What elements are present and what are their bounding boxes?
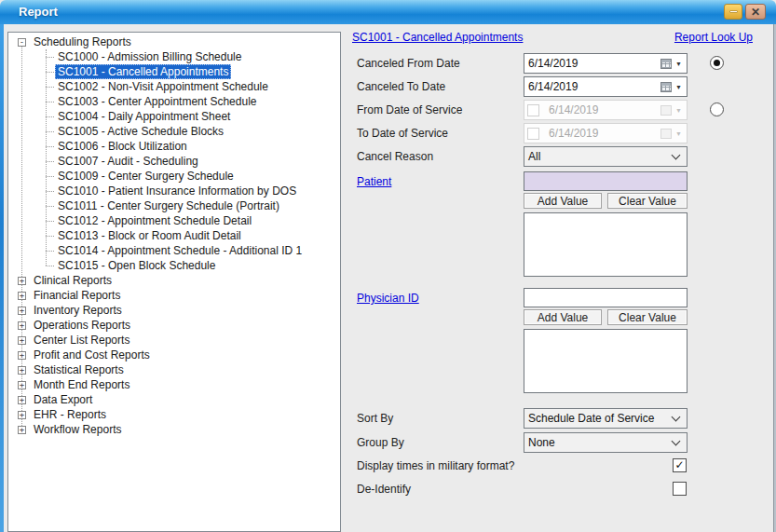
tree-item[interactable]: SC1013 - Block or Room Audit Detail bbox=[8, 228, 340, 243]
patient-link[interactable]: Patient bbox=[357, 175, 391, 188]
tree-item[interactable]: -Scheduling Reports bbox=[8, 34, 340, 49]
collapse-icon[interactable]: - bbox=[18, 38, 26, 47]
tree-item[interactable]: SC1014 - Appointment Schedule - Addition… bbox=[8, 243, 340, 258]
tree-item[interactable]: +Statistical Reports bbox=[8, 362, 340, 377]
tree-item[interactable]: SC1015 - Open Block Schedule bbox=[8, 258, 340, 273]
tree-item-label[interactable]: SC1011 - Center Surgery Schedule (Portra… bbox=[55, 198, 282, 213]
tree-item[interactable]: SC1005 - Active Schedule Blocks bbox=[8, 124, 340, 139]
to-dos-checkbox[interactable] bbox=[527, 128, 539, 140]
titlebar[interactable]: Report ✕ bbox=[0, 0, 776, 24]
tree-item[interactable]: SC1002 - Non-Visit Appointment Schedule bbox=[8, 79, 340, 94]
tree-item-label[interactable]: Clinical Reports bbox=[31, 273, 115, 288]
tree-item-label[interactable]: Financial Reports bbox=[31, 288, 123, 303]
tree-item-label[interactable]: SC1002 - Non-Visit Appointment Schedule bbox=[55, 79, 271, 94]
service-date-radio[interactable] bbox=[710, 102, 724, 116]
canceled-to-datepicker[interactable]: ▼ bbox=[524, 76, 688, 97]
to-dos-datepicker[interactable]: ▼ bbox=[524, 123, 688, 143]
tree-item-label[interactable]: Profit and Cost Reports bbox=[31, 348, 153, 362]
canceled-date-radio[interactable] bbox=[710, 56, 724, 70]
tree-item[interactable]: +Operations Reports bbox=[8, 318, 340, 333]
tree-item-label[interactable]: SC1006 - Block Utilization bbox=[55, 139, 190, 154]
canceled-to-input[interactable] bbox=[524, 80, 660, 93]
tree-item-label[interactable]: SC1004 - Daily Appointment Sheet bbox=[55, 109, 233, 124]
expand-icon[interactable]: + bbox=[18, 396, 26, 404]
tree-item[interactable]: +Profit and Cost Reports bbox=[8, 348, 340, 362]
tree-item[interactable]: SC1001 - Cancelled Appointments bbox=[8, 64, 340, 79]
report-lookup-link[interactable]: Report Look Up bbox=[674, 31, 753, 44]
tree-item[interactable]: +Center List Reports bbox=[8, 333, 340, 348]
tree-item[interactable]: SC1000 - Admission Billing Schedule bbox=[8, 49, 340, 64]
tree-item[interactable]: SC1007 - Audit - Scheduling bbox=[8, 154, 340, 169]
tree-item-label[interactable]: Month End Reports bbox=[31, 377, 132, 392]
tree-item-label[interactable]: SC1000 - Admission Billing Schedule bbox=[55, 49, 244, 64]
calendar-icon[interactable] bbox=[660, 59, 672, 69]
from-dos-checkbox[interactable] bbox=[527, 104, 539, 116]
tree-item-label[interactable]: Statistical Reports bbox=[31, 362, 127, 377]
tree-item-label[interactable]: Inventory Reports bbox=[31, 303, 125, 318]
minimize-button[interactable] bbox=[724, 4, 742, 20]
tree-item[interactable]: +EHR - Reports bbox=[8, 407, 340, 422]
tree-item[interactable]: +Inventory Reports bbox=[8, 303, 340, 318]
sort-by-select[interactable]: Schedule Date of Service bbox=[524, 408, 688, 429]
tree-item-label[interactable]: SC1014 - Appointment Schedule - Addition… bbox=[55, 243, 305, 258]
expand-icon[interactable]: + bbox=[18, 366, 26, 375]
expand-icon[interactable]: + bbox=[18, 411, 26, 419]
tree-item-label[interactable]: Center List Reports bbox=[31, 333, 132, 348]
tree-item-label[interactable]: SC1010 - Patient Insurance Information b… bbox=[55, 184, 299, 198]
patient-input[interactable] bbox=[524, 171, 688, 191]
tree-item-label[interactable]: Data Export bbox=[31, 392, 95, 407]
tree-item[interactable]: +Data Export bbox=[8, 392, 340, 407]
canceled-from-input[interactable] bbox=[524, 57, 660, 70]
tree-item[interactable]: +Financial Reports bbox=[8, 288, 340, 303]
tree-item-label[interactable]: SC1003 - Center Appointment Schedule bbox=[55, 94, 259, 109]
tree-item-label[interactable]: SC1007 - Audit - Scheduling bbox=[55, 154, 201, 169]
tree-item-label[interactable]: SC1015 - Open Block Schedule bbox=[55, 258, 218, 273]
tree-item[interactable]: SC1012 - Appointment Schedule Detail bbox=[8, 213, 340, 228]
tree-item[interactable]: SC1006 - Block Utilization bbox=[8, 139, 340, 154]
dropdown-arrow-icon[interactable]: ▼ bbox=[675, 84, 682, 90]
military-format-checkbox[interactable]: ✓ bbox=[673, 458, 687, 472]
tree-item[interactable]: SC1003 - Center Appointment Schedule bbox=[8, 94, 340, 109]
tree-item[interactable]: SC1004 - Daily Appointment Sheet bbox=[8, 109, 340, 124]
expand-icon[interactable]: + bbox=[18, 381, 26, 389]
patient-value-list[interactable] bbox=[524, 212, 688, 277]
tree-item-label[interactable]: SC1005 - Active Schedule Blocks bbox=[55, 124, 226, 139]
physician-id-link[interactable]: Physician ID bbox=[357, 292, 419, 305]
cancel-reason-select[interactable]: All bbox=[524, 146, 688, 167]
expand-icon[interactable]: + bbox=[18, 426, 26, 434]
tree-item-label[interactable]: SC1013 - Block or Room Audit Detail bbox=[55, 228, 244, 243]
tree-item[interactable]: +Clinical Reports bbox=[8, 273, 340, 288]
physician-value-list[interactable] bbox=[524, 329, 688, 393]
from-dos-datepicker[interactable]: ▼ bbox=[524, 100, 688, 120]
expand-icon[interactable]: + bbox=[18, 351, 26, 360]
tree-item-label[interactable]: EHR - Reports bbox=[31, 407, 109, 422]
expand-icon[interactable]: + bbox=[18, 336, 26, 345]
tree-item-label[interactable]: Operations Reports bbox=[31, 318, 133, 333]
tree-item-label[interactable]: SC1012 - Appointment Schedule Detail bbox=[55, 213, 254, 228]
expand-icon[interactable]: + bbox=[18, 277, 26, 285]
calendar-icon[interactable] bbox=[660, 82, 672, 92]
tree-item[interactable]: +Month End Reports bbox=[8, 377, 340, 392]
physician-id-input[interactable] bbox=[524, 288, 688, 307]
expand-icon[interactable]: + bbox=[18, 321, 26, 330]
patient-add-value-button[interactable]: Add Value bbox=[524, 193, 602, 209]
tree-item[interactable]: SC1011 - Center Surgery Schedule (Portra… bbox=[8, 198, 340, 213]
physician-add-value-button[interactable]: Add Value bbox=[524, 309, 602, 325]
tree-item-label[interactable]: SC1001 - Cancelled Appointments bbox=[55, 64, 231, 79]
group-by-select[interactable]: None bbox=[524, 432, 688, 453]
tree-item-label[interactable]: Workflow Reports bbox=[31, 422, 124, 437]
physician-clear-value-button[interactable]: Clear Value bbox=[607, 309, 688, 325]
expand-icon[interactable]: + bbox=[18, 292, 26, 300]
tree-item-label[interactable]: SC1009 - Center Surgery Schedule bbox=[55, 169, 237, 184]
patient-clear-value-button[interactable]: Clear Value bbox=[607, 193, 688, 209]
report-title-link[interactable]: SC1001 - Cancelled Appointments bbox=[352, 31, 523, 44]
expand-icon[interactable]: + bbox=[18, 307, 26, 315]
tree-item[interactable]: SC1010 - Patient Insurance Information b… bbox=[8, 184, 340, 198]
tree-item[interactable]: +Workflow Reports bbox=[8, 422, 340, 437]
dropdown-arrow-icon[interactable]: ▼ bbox=[675, 61, 682, 67]
tree-item[interactable]: SC1009 - Center Surgery Schedule bbox=[8, 169, 340, 184]
close-button[interactable]: ✕ bbox=[745, 4, 766, 20]
deidentify-checkbox[interactable] bbox=[673, 482, 687, 496]
canceled-from-datepicker[interactable]: ▼ bbox=[524, 53, 688, 74]
tree-item-label[interactable]: Scheduling Reports bbox=[31, 34, 134, 49]
